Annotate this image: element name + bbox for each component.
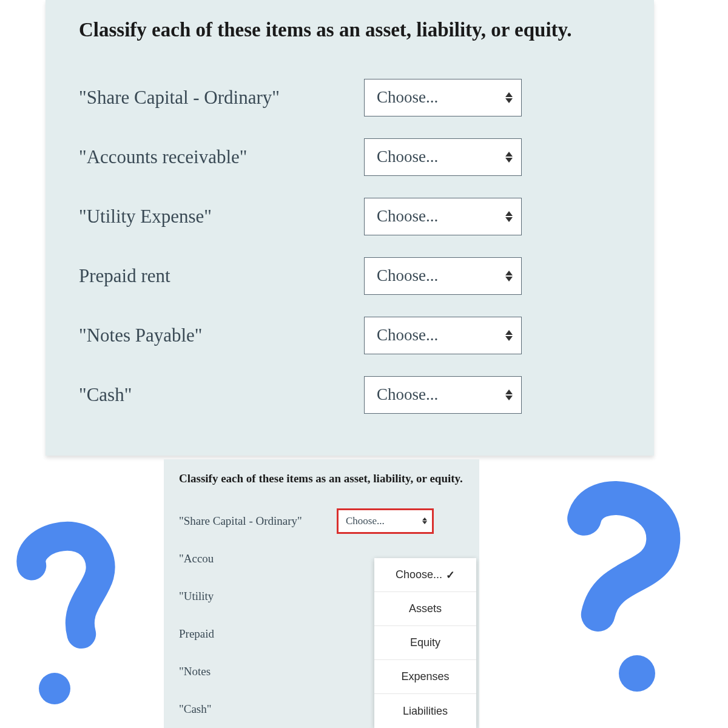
item-label: "Cash" xyxy=(79,384,364,406)
question-mark-icon xyxy=(9,516,149,710)
classification-row: "Share Capital - Ordinary" Choose... xyxy=(79,79,621,116)
select-value: Choose... xyxy=(377,326,438,345)
item-label: "Cash" xyxy=(179,703,337,716)
item-label: Prepaid xyxy=(179,627,337,641)
question-title: Classify each of these items as an asset… xyxy=(179,470,464,487)
sort-arrows-icon xyxy=(505,211,513,222)
classification-row: "Share Capital - Ordinary" Choose... xyxy=(179,508,464,534)
dropdown-menu: Choose... ✓ Assets Equity Expenses Liabi… xyxy=(374,558,476,728)
dropdown-option-equity[interactable]: Equity xyxy=(374,626,476,660)
select-value: Choose... xyxy=(346,515,385,527)
classification-row: "Notes Payable" Choose... xyxy=(79,317,621,354)
item-label: "Notes Payable" xyxy=(79,325,364,346)
sort-arrows-icon xyxy=(505,92,513,103)
option-label: Expenses xyxy=(401,670,449,683)
select-value: Choose... xyxy=(377,88,438,107)
classification-select[interactable]: Choose... xyxy=(364,257,522,295)
svg-point-1 xyxy=(619,655,655,692)
check-icon: ✓ xyxy=(446,568,455,582)
item-label: "Accounts receivable" xyxy=(79,146,364,168)
option-label: Equity xyxy=(410,636,440,649)
classification-select[interactable]: Choose... xyxy=(364,198,522,235)
sort-arrows-icon xyxy=(422,517,427,524)
dropdown-option-expenses[interactable]: Expenses xyxy=(374,660,476,694)
item-label: "Notes xyxy=(179,665,337,678)
question-title: Classify each of these items as an asset… xyxy=(79,15,621,46)
select-value: Choose... xyxy=(377,147,438,166)
option-label: Assets xyxy=(409,602,442,615)
sort-arrows-icon xyxy=(505,271,513,281)
svg-point-0 xyxy=(39,673,70,704)
question-panel-large: Classify each of these items as an asset… xyxy=(46,0,654,456)
classification-select[interactable]: Choose... xyxy=(364,376,522,414)
classification-row: "Accounts receivable" Choose... xyxy=(79,138,621,176)
dropdown-option-liabilities[interactable]: Liabilities xyxy=(374,694,476,728)
dropdown-option-assets[interactable]: Assets xyxy=(374,592,476,626)
sort-arrows-icon xyxy=(505,389,513,400)
option-label: Choose... xyxy=(396,568,442,581)
classification-select[interactable]: Choose... xyxy=(364,79,522,116)
sort-arrows-icon xyxy=(505,330,513,341)
item-label: Prepaid rent xyxy=(79,265,364,287)
select-value: Choose... xyxy=(377,207,438,226)
dropdown-option-choose[interactable]: Choose... ✓ xyxy=(374,558,476,592)
item-label: "Accou xyxy=(179,552,337,565)
classification-select[interactable]: Choose... xyxy=(364,138,522,176)
select-value: Choose... xyxy=(377,385,438,404)
item-label: "Utility Expense" xyxy=(79,206,364,228)
item-label: "Share Capital - Ordinary" xyxy=(179,514,337,528)
classification-row: "Cash" Choose... xyxy=(79,376,621,414)
item-label: "Utility xyxy=(179,590,337,603)
item-label: "Share Capital - Ordinary" xyxy=(79,87,364,109)
classification-row: "Utility Expense" Choose... xyxy=(79,198,621,235)
classification-select-active[interactable]: Choose... xyxy=(337,508,434,534)
classification-row: Prepaid rent Choose... xyxy=(79,257,621,295)
select-value: Choose... xyxy=(377,266,438,285)
option-label: Liabilities xyxy=(403,705,448,718)
classification-select[interactable]: Choose... xyxy=(364,317,522,354)
question-mark-icon xyxy=(528,479,686,698)
sort-arrows-icon xyxy=(505,152,513,163)
